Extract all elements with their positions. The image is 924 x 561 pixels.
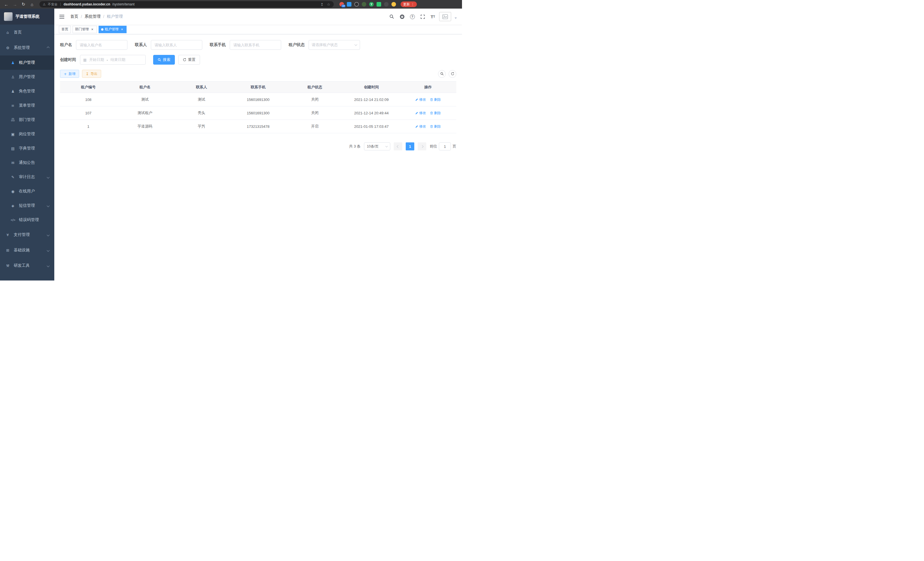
sidebar-logo[interactable]: 芋道管理系统 bbox=[0, 9, 54, 25]
sidebar-item-menu[interactable]: ≡ 菜单管理 bbox=[0, 98, 54, 113]
sidebar-item-role[interactable]: ♟ 角色管理 bbox=[0, 84, 54, 98]
url-path: /system/tenant bbox=[112, 2, 135, 6]
bookmark-star-icon[interactable]: ☆ bbox=[327, 2, 330, 7]
chevron-down-icon bbox=[47, 233, 50, 236]
profile-avatar-icon[interactable] bbox=[392, 2, 396, 7]
chevron-left-icon bbox=[397, 145, 399, 148]
browser-home-icon[interactable]: ⌂ bbox=[28, 1, 35, 8]
sidebar-item-online-user[interactable]: ◉ 在线用户 bbox=[0, 184, 54, 199]
page-size-select[interactable]: 10条/页 bbox=[364, 142, 390, 150]
sidebar-item-dict[interactable]: ▤ 字典管理 bbox=[0, 141, 54, 156]
download-icon: ↧ bbox=[86, 72, 89, 76]
extension-icon-olive[interactable] bbox=[362, 2, 366, 7]
tag-tenant[interactable]: 租户管理 × bbox=[99, 26, 127, 33]
tenant-name-input[interactable] bbox=[76, 40, 128, 50]
header-search-icon[interactable] bbox=[388, 13, 396, 21]
tag-dept[interactable]: 部门管理 × bbox=[73, 26, 97, 33]
col-tenant-name: 租户名 bbox=[117, 81, 173, 93]
breadcrumb-home[interactable]: 首页 bbox=[70, 14, 78, 19]
error-code-icon: </> bbox=[10, 218, 15, 222]
sidebar-item-user[interactable]: ♙ 用户管理 bbox=[0, 70, 54, 84]
contact-input[interactable] bbox=[151, 40, 202, 50]
extension-icon-ring[interactable] bbox=[354, 2, 359, 7]
sidebar-item-audit-log[interactable]: ✎ 审计日志 bbox=[0, 170, 54, 184]
sidebar-item-tenant[interactable]: ♟ 租户管理 bbox=[0, 56, 54, 70]
goto-page-input[interactable] bbox=[439, 142, 451, 150]
sidebar-item-infra[interactable]: ⊞ 基础设施 bbox=[0, 242, 54, 258]
prev-page-button[interactable] bbox=[394, 142, 402, 150]
delete-button[interactable]: 删除 bbox=[430, 111, 441, 116]
chevron-down-icon bbox=[355, 43, 357, 46]
breadcrumb-separator: / bbox=[103, 14, 104, 19]
user-avatar[interactable] bbox=[439, 12, 451, 21]
sidebar: 芋道管理系统 ⌂ 首页 ⚙ 系统管理 ♟ 租户管理 ♙ 用户管理 ♟ bbox=[0, 9, 54, 281]
export-button[interactable]: ↧ 导出 bbox=[82, 70, 101, 78]
reset-button[interactable]: 重置 bbox=[178, 55, 200, 65]
table-header-row: 租户编号 租户名 联系人 联系手机 租户状态 创建时间 操作 bbox=[60, 81, 456, 93]
next-page-button[interactable] bbox=[418, 142, 426, 150]
audit-log-icon: ✎ bbox=[10, 175, 15, 179]
gear-icon: ⚙ bbox=[5, 46, 10, 50]
close-icon[interactable]: × bbox=[90, 27, 94, 32]
sidebar-item-payment[interactable]: ¥ 支付管理 bbox=[0, 227, 54, 242]
infrastructure-icon: ⊞ bbox=[5, 248, 10, 253]
table-toolbar: + 新增 ↧ 导出 bbox=[60, 70, 456, 78]
extension-icon-green[interactable]: Y bbox=[369, 2, 374, 7]
help-icon[interactable]: ? bbox=[408, 13, 416, 21]
date-separator: - bbox=[106, 58, 108, 62]
page-1-button[interactable]: 1 bbox=[406, 142, 414, 150]
close-icon[interactable]: × bbox=[120, 27, 124, 32]
extension-icon-blue[interactable] bbox=[347, 2, 351, 7]
edit-button[interactable]: 修改 bbox=[415, 124, 426, 129]
breadcrumb-system[interactable]: 系统管理 bbox=[85, 14, 100, 19]
browser-back-icon[interactable]: ← bbox=[3, 1, 10, 8]
contact-label: 联系人 bbox=[135, 42, 147, 47]
sidebar-item-home[interactable]: ⌂ 首页 bbox=[0, 25, 54, 40]
chevron-down-icon bbox=[47, 176, 50, 178]
filter-row-2: 创建时间 ▦ 开始日期 - 结束日期 搜索 重置 bbox=[60, 55, 456, 65]
home-icon: ⌂ bbox=[5, 30, 10, 35]
sidebar-item-devtools[interactable]: ⚒ 研发工具 bbox=[0, 258, 54, 273]
edit-button[interactable]: 修改 bbox=[415, 97, 426, 102]
tenant-status-select[interactable]: 请选择租户状态 bbox=[309, 40, 360, 50]
post-badge-icon: ▣ bbox=[10, 132, 15, 136]
extensions-puzzle-icon[interactable] bbox=[384, 2, 388, 7]
top-navbar: 首页 / 系统管理 / 租户管理 ? TT bbox=[54, 9, 462, 25]
browser-update-button[interactable]: 更新 ⋮ bbox=[400, 2, 417, 7]
fullscreen-icon[interactable] bbox=[418, 13, 427, 21]
sidebar-collapse-icon[interactable] bbox=[59, 14, 66, 20]
sidebar-item-post[interactable]: ▣ 岗位管理 bbox=[0, 127, 54, 141]
date-range-picker[interactable]: ▦ 开始日期 - 结束日期 bbox=[80, 55, 146, 65]
chevron-right-icon bbox=[421, 145, 423, 148]
extension-icon-red[interactable]: 10 bbox=[339, 2, 344, 7]
table-row: 107 测试租户 秃头 15601691300 关闭 2021-12-14 20… bbox=[60, 106, 456, 120]
browser-forward-icon[interactable]: → bbox=[11, 1, 18, 8]
mobile-input[interactable] bbox=[230, 40, 281, 50]
url-host: dashboard.yudao.iocoder.cn bbox=[63, 2, 110, 6]
refresh-table-button[interactable] bbox=[448, 70, 456, 78]
add-button[interactable]: + 新增 bbox=[60, 70, 79, 78]
sidebar-item-dept[interactable]: 品 部门管理 bbox=[0, 113, 54, 127]
font-size-icon[interactable]: TT bbox=[429, 13, 437, 21]
tag-home[interactable]: 首页 bbox=[59, 26, 71, 33]
warning-icon: ⚠ bbox=[43, 3, 46, 6]
browser-reload-icon[interactable]: ↻ bbox=[20, 1, 27, 8]
breadcrumb: 首页 / 系统管理 / 租户管理 bbox=[70, 14, 123, 19]
delete-button[interactable]: 删除 bbox=[430, 124, 441, 129]
sidebar-item-system[interactable]: ⚙ 系统管理 bbox=[0, 40, 54, 56]
total-count: 共 3 条 bbox=[349, 144, 361, 149]
sidebar-item-sms[interactable]: ◈ 短信管理 bbox=[0, 199, 54, 213]
share-icon[interactable]: ↥ bbox=[320, 2, 323, 7]
github-icon[interactable] bbox=[398, 13, 406, 21]
extension-icon-square-green[interactable] bbox=[376, 2, 381, 7]
sidebar-item-notice[interactable]: ✉ 通知公告 bbox=[0, 156, 54, 170]
address-bar[interactable]: ⚠ 不安全 dashboard.yudao.iocoder.cn /system… bbox=[39, 1, 334, 8]
sidebar-item-error-code[interactable]: </> 错误码管理 bbox=[0, 213, 54, 227]
avatar-dropdown-caret-icon[interactable] bbox=[454, 17, 457, 19]
tenant-table: 租户编号 租户名 联系人 联系手机 租户状态 创建时间 操作 108 测试 测试 bbox=[60, 81, 456, 133]
navbar-actions: ? TT bbox=[388, 12, 457, 21]
search-button[interactable]: 搜索 bbox=[153, 55, 175, 65]
toggle-search-button[interactable] bbox=[438, 70, 446, 78]
delete-button[interactable]: 删除 bbox=[430, 97, 441, 102]
edit-button[interactable]: 修改 bbox=[415, 111, 426, 116]
